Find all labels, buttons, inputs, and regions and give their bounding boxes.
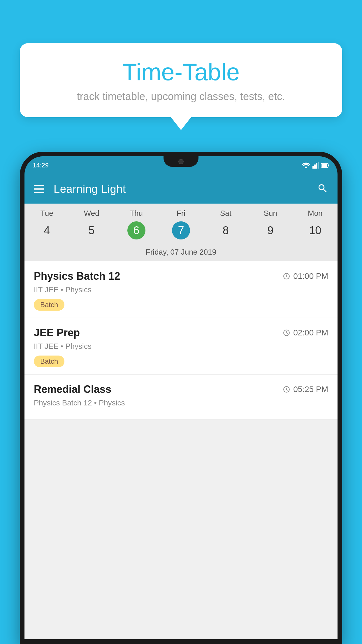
status-bar: 14:29 [24, 156, 338, 174]
wifi-icon [302, 162, 310, 169]
schedule-item-2[interactable]: JEE Prep 02:00 PM IIT JEE • Physics Batc… [24, 318, 338, 374]
app-title: Learning Light [54, 183, 308, 195]
schedule-item-2-time: 02:00 PM [283, 328, 328, 337]
schedule-item-1-title: Physics Batch 12 [34, 270, 120, 282]
schedule-item-1-time: 01:00 PM [283, 272, 328, 281]
clock-icon-3 [283, 386, 290, 393]
date-8[interactable]: 8 [203, 221, 248, 239]
tooltip-title: Time-Table [37, 59, 325, 85]
day-mon: Mon [293, 209, 338, 218]
clock-icon-2 [283, 329, 290, 337]
svg-rect-3 [318, 162, 319, 169]
day-wed: Wed [69, 209, 114, 218]
schedule-item-2-badge: Batch [34, 356, 64, 367]
clock-icon-1 [283, 272, 290, 280]
svg-rect-0 [312, 166, 314, 169]
schedule-item-1-badge: Batch [34, 299, 64, 311]
tooltip-card: Time-Table track timetable, upcoming cla… [20, 43, 342, 117]
calendar-strip: Tue Wed Thu Fri Sat Sun Mon 4 5 6 7 8 9 … [24, 204, 338, 261]
schedule-item-1-subtitle: IIT JEE • Physics [34, 285, 328, 294]
date-10[interactable]: 10 [293, 221, 338, 239]
schedule-item-3[interactable]: Remedial Class 05:25 PM Physics Batch 12… [24, 374, 338, 419]
schedule-item-3-time: 05:25 PM [283, 385, 328, 394]
status-time: 14:29 [33, 162, 49, 169]
tooltip-subtitle: track timetable, upcoming classes, tests… [37, 90, 325, 103]
search-button[interactable] [317, 183, 328, 195]
schedule-item-3-header: Remedial Class 05:25 PM [34, 383, 328, 396]
status-icons [302, 162, 329, 169]
svg-rect-1 [314, 164, 316, 169]
date-7-selected[interactable]: 7 [172, 221, 190, 239]
schedule-item-2-title: JEE Prep [34, 327, 80, 339]
schedule-list: Physics Batch 12 01:00 PM IIT JEE • Phys… [24, 261, 338, 419]
svg-rect-2 [316, 163, 317, 169]
schedule-item-3-title: Remedial Class [34, 383, 111, 396]
date-4[interactable]: 4 [24, 221, 69, 239]
schedule-item-2-header: JEE Prep 02:00 PM [34, 327, 328, 339]
day-fri: Fri [159, 209, 203, 218]
date-6-today[interactable]: 6 [127, 221, 145, 239]
day-sat: Sat [203, 209, 248, 218]
phone-frame: 14:29 [20, 152, 342, 644]
phone-notch [164, 156, 198, 167]
days-header: Tue Wed Thu Fri Sat Sun Mon [24, 204, 338, 220]
schedule-item-1[interactable]: Physics Batch 12 01:00 PM IIT JEE • Phys… [24, 261, 338, 318]
selected-date-label: Friday, 07 June 2019 [24, 245, 338, 261]
schedule-item-2-subtitle: IIT JEE • Physics [34, 342, 328, 351]
svg-rect-6 [328, 164, 329, 166]
dates-row: 4 5 6 7 8 9 10 [24, 220, 338, 245]
date-5[interactable]: 5 [69, 221, 114, 239]
schedule-item-1-header: Physics Batch 12 01:00 PM [34, 270, 328, 282]
app-screen: Learning Light Tue Wed Thu Fri Sat Sun M… [24, 174, 338, 639]
schedule-item-3-subtitle: Physics Batch 12 • Physics [34, 398, 328, 407]
battery-icon [321, 163, 329, 168]
day-thu: Thu [114, 209, 159, 218]
signal-icon [312, 162, 319, 169]
hamburger-menu-button[interactable] [34, 185, 44, 193]
svg-rect-5 [322, 164, 327, 167]
date-9[interactable]: 9 [248, 221, 293, 239]
day-sun: Sun [248, 209, 293, 218]
app-bar: Learning Light [24, 174, 338, 204]
camera [178, 159, 184, 164]
day-tue: Tue [24, 209, 69, 218]
